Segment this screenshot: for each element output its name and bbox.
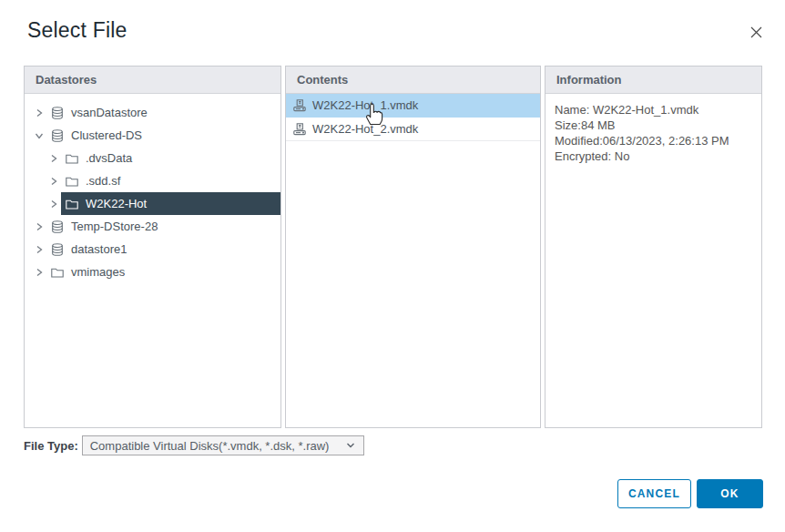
chevron-right-icon[interactable] xyxy=(32,242,46,257)
tree-item-label: .sdd.sf xyxy=(86,174,120,188)
dialog-title: Select File xyxy=(27,18,127,43)
datastore-tree: vsanDatastoreClustered-DS.dvsData.sdd.sf… xyxy=(25,94,280,283)
file-type-dropdown[interactable]: Compatible Virtual Disks(*.vmdk, *.dsk, … xyxy=(82,435,364,455)
tree-item-label: .dvsData xyxy=(86,151,132,165)
close-button[interactable] xyxy=(748,24,764,40)
file-row-w2k22-hot-2-vmdk[interactable]: W2K22-Hot_2.vmdk xyxy=(286,118,540,141)
tree-item-label: W2K22-Hot xyxy=(86,197,147,210)
file-information: Name: W2K22-Hot_1.vmdkSize:84 MBModified… xyxy=(545,94,761,172)
datastore-icon xyxy=(50,128,65,143)
dialog-actions: CANCEL OK xyxy=(617,479,763,508)
tree-item-label: vsanDatastore xyxy=(71,106,148,119)
chevron-right-icon[interactable] xyxy=(32,265,46,280)
tree-item-label: Temp-DStore-28 xyxy=(71,220,158,233)
tree-item--sdd-sf[interactable]: .sdd.sf xyxy=(25,169,280,192)
tree-item-temp-dstore-28[interactable]: Temp-DStore-28 xyxy=(25,215,280,238)
folder-icon xyxy=(65,197,79,211)
contents-panel-header: Contents xyxy=(286,66,540,94)
datastores-panel-header: Datastores xyxy=(25,66,280,94)
info-line: Encrypted: No xyxy=(555,148,752,164)
ok-button[interactable]: OK xyxy=(697,479,763,508)
chevron-right-icon[interactable] xyxy=(46,151,61,166)
info-line: Name: W2K22-Hot_1.vmdk xyxy=(555,102,752,118)
virtual-disk-icon xyxy=(292,98,307,113)
chevron-right-icon[interactable] xyxy=(46,197,61,211)
chevron-down-icon[interactable] xyxy=(32,128,46,143)
datastores-panel: Datastores vsanDatastoreClustered-DS.dvs… xyxy=(24,66,281,428)
datastore-icon xyxy=(50,242,65,257)
tree-item-w2k22-hot[interactable]: W2K22-Hot xyxy=(25,192,280,215)
chevron-right-icon[interactable] xyxy=(46,174,61,189)
chevron-right-icon[interactable] xyxy=(32,220,46,234)
folder-icon xyxy=(65,174,79,189)
close-icon xyxy=(749,26,763,39)
datastore-icon xyxy=(50,106,65,120)
tree-item-label: datastore1 xyxy=(71,242,127,256)
file-row-w2k22-hot-1-vmdk[interactable]: W2K22-Hot_1.vmdk xyxy=(286,94,540,118)
datastore-icon xyxy=(50,220,65,234)
virtual-disk-icon xyxy=(292,122,307,137)
tree-item-datastore1[interactable]: datastore1 xyxy=(25,238,280,261)
info-line: Modified:06/13/2023, 2:26:13 PM xyxy=(555,133,752,148)
select-file-dialog: Select File Datastores vsanDatastoreClus… xyxy=(0,0,785,532)
file-type-selected-option: Compatible Virtual Disks(*.vmdk, *.dsk, … xyxy=(90,439,330,453)
tree-item-vmimages[interactable]: vmimages xyxy=(25,261,280,283)
file-type-row: File Type: Compatible Virtual Disks(*.vm… xyxy=(24,435,364,455)
information-panel: Information Name: W2K22-Hot_1.vmdkSize:8… xyxy=(545,66,762,428)
tree-item-label: Clustered-DS xyxy=(71,128,142,142)
folder-icon xyxy=(50,265,65,280)
cancel-button[interactable]: CANCEL xyxy=(617,479,691,508)
chevron-right-icon[interactable] xyxy=(32,106,46,120)
contents-panel: Contents W2K22-Hot_1.vmdkW2K22-Hot_2.vmd… xyxy=(285,66,541,428)
file-name-label: W2K22-Hot_1.vmdk xyxy=(312,98,418,112)
file-name-label: W2K22-Hot_2.vmdk xyxy=(312,122,418,136)
chevron-down-icon xyxy=(345,440,356,451)
info-line: Size:84 MB xyxy=(555,118,752,133)
folder-icon xyxy=(65,151,79,166)
tree-item-vsandatastore[interactable]: vsanDatastore xyxy=(25,101,280,124)
file-list: W2K22-Hot_1.vmdkW2K22-Hot_2.vmdk xyxy=(286,94,540,141)
tree-item-label: vmimages xyxy=(71,265,125,279)
tree-item-clustered-ds[interactable]: Clustered-DS xyxy=(25,124,280,147)
file-type-label: File Type: xyxy=(24,439,78,453)
information-panel-header: Information xyxy=(545,66,761,94)
tree-item--dvsdata[interactable]: .dvsData xyxy=(25,147,280,169)
